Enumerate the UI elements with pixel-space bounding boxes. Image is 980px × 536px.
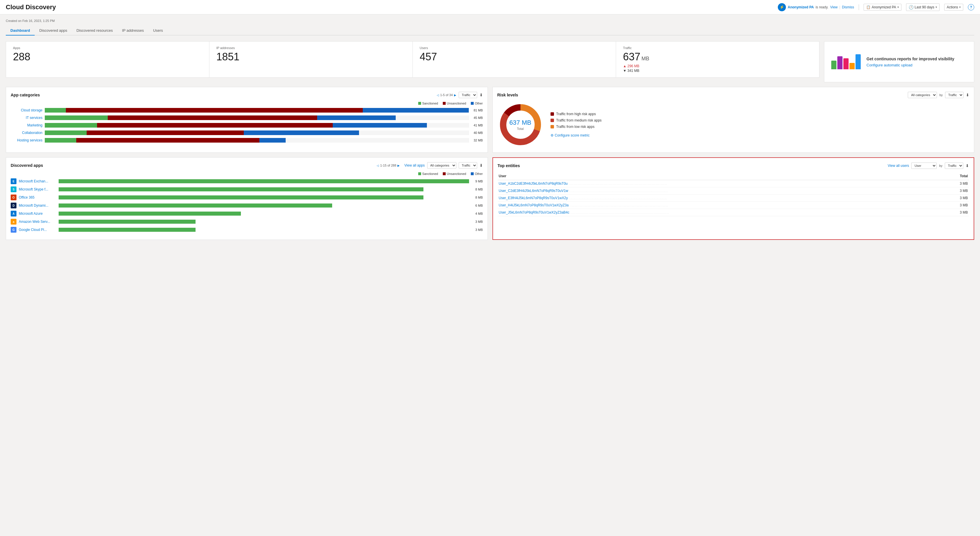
apps-legend-sanctioned: Sanctioned xyxy=(418,172,438,176)
stat-ip: IP addresses 1851 xyxy=(209,41,413,77)
other-bar xyxy=(244,130,359,135)
app-bar-fill xyxy=(59,187,423,191)
chevron-down-icon: ▾ xyxy=(897,5,899,9)
app-label[interactable]: Microsoft Exchan... xyxy=(19,179,56,183)
user-link[interactable]: User_J5kL6mN7oP8qR9sT0uV1wX2yZ3aB4c xyxy=(499,211,570,214)
table-row: User_E3fH4iJ5kL6mN7oP8qR9sT0uV1wX2y ....… xyxy=(498,195,969,202)
app-label[interactable]: Microsoft Azure xyxy=(19,212,56,216)
app-bar-fill xyxy=(59,203,332,208)
traffic-up: ▲ 296 MB xyxy=(623,64,812,68)
prev-apps-icon[interactable]: ◁ xyxy=(377,164,379,167)
view-all-apps-link[interactable]: View all apps xyxy=(404,163,425,167)
user-link[interactable]: User_A1bC2dE3fH4iJ5kL6mN7oP8qR9sT0u xyxy=(499,182,568,186)
app-categories-metric-select[interactable]: Traffic Users xyxy=(459,92,477,98)
bar-track xyxy=(45,130,469,135)
app-bar-fill xyxy=(59,212,241,216)
total-cell: 3 MB xyxy=(942,195,969,202)
user-link[interactable]: User_C2dE3fH4iJ5kL6mN7oP8qR9sT0uV1w xyxy=(499,189,568,193)
table-row: User_C2dE3fH4iJ5kL6mN7oP8qR9sT0uV1w ....… xyxy=(498,187,969,195)
category-label[interactable]: Marketing xyxy=(11,123,43,127)
app-row: O Office 365 8 MB xyxy=(11,195,483,200)
apps-category-select[interactable]: All categories xyxy=(427,162,457,168)
donut-value: 637 MB xyxy=(509,119,531,127)
tab-ip-addresses[interactable]: IP addresses xyxy=(117,26,148,35)
page-title: Cloud Discovery xyxy=(6,3,56,11)
profile-dropdown[interactable]: 📋 Anonymized PA ▾ xyxy=(864,4,901,11)
category-label[interactable]: Cloud storage xyxy=(11,108,43,112)
app-label[interactable]: Microsoft Skype f... xyxy=(19,187,56,191)
app-category-row: Hosting services 32 MB xyxy=(11,138,483,143)
app-label[interactable]: Microsoft Dynami... xyxy=(19,203,56,208)
app-bar-track xyxy=(59,228,469,232)
risk-category-select[interactable]: All categories xyxy=(908,92,937,98)
view-link[interactable]: View xyxy=(830,5,838,9)
view-all-users-link[interactable]: View all users xyxy=(888,164,909,168)
tab-users[interactable]: Users xyxy=(148,26,167,35)
user-link[interactable]: User_E3fH4iJ5kL6mN7oP8qR9sT0uV1wX2y xyxy=(499,196,568,200)
apps-legend-unsanctioned: Unsanctioned xyxy=(443,172,466,176)
app-label[interactable]: Google Cloud Pl... xyxy=(19,228,56,232)
app-bar-track xyxy=(59,203,469,208)
user-cell: User_E3fH4iJ5kL6mN7oP8qR9sT0uV1wX2y ....… xyxy=(498,195,942,202)
app-row: S Microsoft Skype f... 8 MB xyxy=(11,187,483,192)
app-row: E Microsoft Exchan... 9 MB xyxy=(11,178,483,184)
actions-dropdown[interactable]: Actions ▾ xyxy=(944,4,963,11)
entities-metric-select[interactable]: Traffic Users xyxy=(945,162,963,169)
discovered-apps-pagination: ◁ 1-15 of 288 ▶ xyxy=(377,164,400,167)
profile-dropdown-name: Anonymized PA xyxy=(872,5,896,9)
entity-dots: ........................................… xyxy=(569,182,668,185)
table-row: User_J5kL6mN7oP8qR9sT0uV1wX2yZ3aB4c ....… xyxy=(498,209,969,216)
apps-download-icon[interactable]: ⬇ xyxy=(479,163,483,168)
app-bar-track xyxy=(59,220,469,224)
chevron-down-icon-2: ▾ xyxy=(935,5,937,9)
risk-metric-select[interactable]: Traffic Users xyxy=(945,92,964,98)
total-col-header: Total xyxy=(942,172,969,180)
tab-discovered-apps[interactable]: Discovered apps xyxy=(35,26,72,35)
category-label[interactable]: Hosting services xyxy=(11,138,43,142)
user-cell: User_C2dE3fH4iJ5kL6mN7oP8qR9sT0uV1w ....… xyxy=(498,187,942,195)
next-apps-icon[interactable]: ▶ xyxy=(398,164,400,167)
apps-metric-select[interactable]: Traffic Users xyxy=(459,162,477,168)
entity-dots: ........................................… xyxy=(569,190,668,192)
bar-value: 45 MB xyxy=(471,116,483,119)
risk-levels-controls: All categories by Traffic Users ⬇ xyxy=(908,92,969,98)
time-range-dropdown[interactable]: 🕐 Last 90 days ▾ xyxy=(906,3,940,11)
sanctioned-bar xyxy=(45,116,108,120)
discovered-apps-chart: E Microsoft Exchan... 9 MB S Microsoft S… xyxy=(11,178,483,233)
download-icon[interactable]: ⬇ xyxy=(479,93,483,97)
bar-track xyxy=(45,116,469,120)
app-label[interactable]: Office 365 xyxy=(19,195,56,200)
entities-download-icon[interactable]: ⬇ xyxy=(966,163,969,168)
total-cell: 3 MB xyxy=(942,202,969,209)
stat-traffic: Traffic 637 MB ▲ 296 MB ▼ 341 MB xyxy=(616,41,819,77)
prev-page-icon[interactable]: ◁ xyxy=(437,94,439,97)
dismiss-link[interactable]: Dismiss xyxy=(842,5,854,9)
user-cell: User_A1bC2dE3fH4iJ5kL6mN7oP8qR9sT0u ....… xyxy=(498,180,942,187)
stat-users: Users 457 xyxy=(413,41,616,77)
stat-apps: Apps 288 xyxy=(6,41,209,77)
users-label: Users xyxy=(420,46,609,50)
category-label[interactable]: IT services xyxy=(11,116,43,120)
tab-discovered-resources[interactable]: Discovered resources xyxy=(72,26,118,35)
category-label[interactable]: Collaboration xyxy=(11,131,43,135)
risk-download-icon[interactable]: ⬇ xyxy=(966,93,969,97)
clock-icon: 🕐 xyxy=(908,5,913,10)
top-section: Apps 288 IP addresses 1851 Users 457 Tra… xyxy=(6,41,974,82)
next-page-icon[interactable]: ▶ xyxy=(454,94,457,97)
apps-other-dot xyxy=(471,172,474,175)
created-date: Created on Feb 16, 2023, 1:25 PM xyxy=(6,19,974,22)
user-link[interactable]: User_H4iJ5kL6mN7oP8qR9sT0uV1wX2yZ3a xyxy=(499,203,569,207)
entities-type-select[interactable]: User IP Address xyxy=(911,162,937,169)
tab-dashboard[interactable]: Dashboard xyxy=(6,26,35,35)
app-bar-value: 8 MB xyxy=(471,188,483,191)
app-bar-value: 3 MB xyxy=(471,220,483,224)
sanctioned-bar xyxy=(45,123,97,128)
help-button[interactable]: ? xyxy=(968,4,974,10)
app-label[interactable]: Amazon Web Serv... xyxy=(19,220,56,224)
configure-score-link[interactable]: ⚙ Configure score metric xyxy=(550,133,601,137)
promo-link[interactable]: Configure automatic upload xyxy=(867,63,912,67)
app-icon: D xyxy=(11,203,16,208)
top-entities-header: Top entities View all users User IP Addr… xyxy=(498,162,969,169)
sanctioned-dot xyxy=(418,102,421,105)
app-row: D Microsoft Dynami... 6 MB xyxy=(11,203,483,208)
